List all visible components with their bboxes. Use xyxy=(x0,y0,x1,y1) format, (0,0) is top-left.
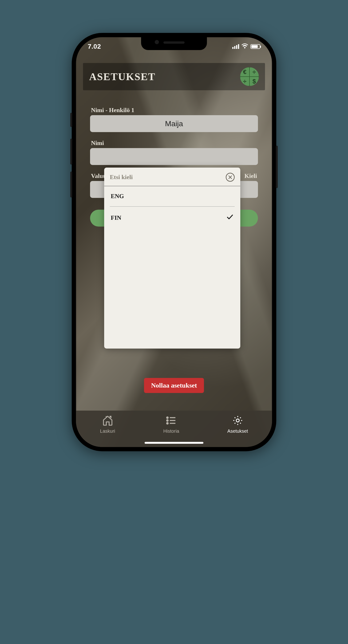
language-list: ENG FIN xyxy=(104,186,240,229)
person2-input[interactable] xyxy=(90,148,258,165)
notch xyxy=(141,37,207,50)
cellular-signal-icon xyxy=(232,44,239,49)
gear-icon xyxy=(232,415,243,427)
person1-label: Nimi - Henkilö 1 xyxy=(90,107,258,114)
language-search-input[interactable] xyxy=(110,174,226,181)
battery-icon xyxy=(250,44,260,49)
tab-calculator[interactable]: Laskuri xyxy=(100,415,115,434)
status-icons xyxy=(232,44,260,50)
tab-label: Laskuri xyxy=(100,428,115,434)
header: ASETUKSET € ÷ ÷ $ xyxy=(83,63,265,90)
language-code: ENG xyxy=(111,193,124,200)
language-option-fin[interactable]: FIN xyxy=(110,206,235,229)
check-icon xyxy=(226,213,234,222)
mute-switch xyxy=(70,113,72,127)
screen: 7.02 ASETUKSET € ÷ ÷ $ xyxy=(76,37,272,447)
list-icon xyxy=(166,415,177,427)
power-button xyxy=(276,146,278,188)
modal-search-row xyxy=(104,168,240,186)
tab-label: Historia xyxy=(163,428,179,434)
home-indicator[interactable] xyxy=(145,442,203,444)
svg-point-0 xyxy=(167,417,168,418)
tab-history[interactable]: Historia xyxy=(163,415,179,434)
svg-point-6 xyxy=(236,419,239,422)
person2-label: Nimi xyxy=(90,140,258,147)
person1-input[interactable] xyxy=(90,115,258,132)
svg-point-1 xyxy=(167,420,168,421)
wifi-icon xyxy=(241,44,248,50)
volume-up-button xyxy=(70,139,72,164)
language-code: FIN xyxy=(111,214,121,222)
tab-settings[interactable]: Asetukset xyxy=(227,415,248,434)
home-icon xyxy=(102,415,113,427)
phone-frame: 7.02 ASETUKSET € ÷ ÷ $ xyxy=(72,33,276,451)
page-title: ASETUKSET xyxy=(89,71,155,83)
status-time: 7.02 xyxy=(88,43,101,50)
close-icon[interactable] xyxy=(226,173,235,182)
language-picker-modal: ENG FIN xyxy=(104,168,240,348)
app-logo-icon: € ÷ ÷ $ xyxy=(240,67,259,86)
language-option-eng[interactable]: ENG xyxy=(110,186,235,206)
tab-label: Asetukset xyxy=(227,428,248,434)
volume-down-button xyxy=(70,172,72,198)
tab-bar: Laskuri Historia Asetukset xyxy=(76,410,272,447)
svg-point-2 xyxy=(167,422,168,424)
